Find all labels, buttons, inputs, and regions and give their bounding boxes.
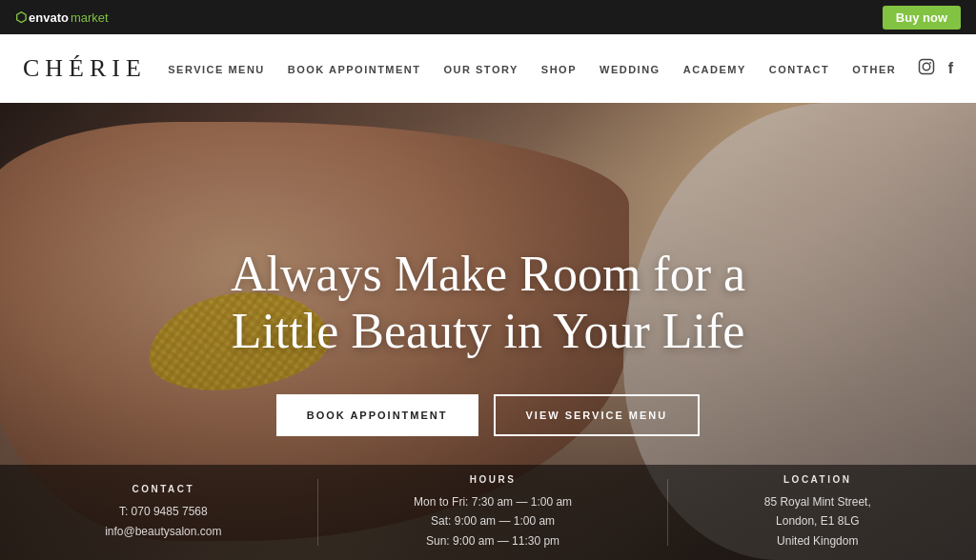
nav-link-academy[interactable]: ACADEMY — [683, 64, 746, 75]
book-appointment-button[interactable]: BOOK APPOINTMENT — [276, 394, 478, 436]
brand-name: CHÉRIE — [23, 54, 147, 82]
envato-market-label: market — [71, 10, 109, 25]
brand-logo: CHÉRIE — [23, 54, 147, 83]
facebook-icon[interactable]: f — [948, 60, 953, 77]
envato-icon: ⬡ — [15, 10, 27, 25]
svg-point-2 — [929, 62, 931, 64]
nav-item-shop[interactable]: SHOP — [541, 60, 577, 77]
hours-line2: Sat: 9:00 am — 1:00 am — [414, 511, 572, 530]
hours-title: HOURS — [414, 474, 572, 485]
envato-logo: ⬡ envato market — [15, 10, 109, 25]
view-service-menu-button[interactable]: VIEW SERVICE MENU — [494, 394, 701, 436]
location-line1: 85 Royal Mint Street, — [764, 492, 871, 511]
nav-item-academy[interactable]: ACADEMY — [683, 60, 746, 77]
nav-link-story[interactable]: OUR STORY — [444, 64, 518, 75]
location-line3: United Kingdom — [764, 531, 871, 550]
nav-link-book[interactable]: BOOK APPOINTMENT — [288, 64, 421, 75]
buy-now-button[interactable]: Buy now — [883, 6, 961, 30]
nav-link-wedding[interactable]: WEDDING — [600, 64, 661, 75]
envato-wordmark: envato — [29, 10, 69, 25]
nav-item-wedding[interactable]: WEDDING — [600, 60, 661, 77]
info-strip: CONTACT T: 070 9485 7568 info@beautysalo… — [0, 465, 976, 560]
location-line2: London, E1 8LG — [764, 511, 871, 530]
svg-rect-0 — [919, 60, 933, 74]
nav-item-story[interactable]: OUR STORY — [444, 60, 518, 77]
nav-item-book[interactable]: BOOK APPOINTMENT — [288, 60, 421, 77]
hours-line1: Mon to Fri: 7:30 am — 1:00 am — [414, 492, 572, 511]
hours-line3: Sun: 9:00 am — 11:30 pm — [414, 531, 572, 550]
contact-email: info@beautysalon.com — [105, 522, 221, 541]
divider-1 — [317, 479, 318, 546]
contact-title: CONTACT — [105, 484, 221, 494]
nav-link-service-menu[interactable]: SERVICE MENU — [168, 64, 265, 75]
svg-point-1 — [923, 63, 930, 70]
nav-social: f — [918, 58, 953, 79]
contact-info: CONTACT T: 070 9485 7568 info@beautysalo… — [105, 484, 221, 541]
contact-phone: T: 070 9485 7568 — [105, 502, 221, 521]
location-info: LOCATION 85 Royal Mint Street, London, E… — [764, 474, 871, 550]
hero-title: Always Make Room for a Little Beauty in … — [202, 246, 774, 360]
nav-item-service-menu[interactable]: SERVICE MENU — [168, 60, 265, 77]
instagram-icon[interactable] — [918, 58, 935, 79]
hero-buttons: BOOK APPOINTMENT VIEW SERVICE MENU — [276, 394, 700, 436]
envato-bar: ⬡ envato market Buy now — [0, 0, 976, 34]
nav-link-other[interactable]: OTHER — [852, 64, 896, 75]
nav-item-contact[interactable]: CONTACT — [769, 60, 829, 77]
hero-section: Always Make Room for a Little Beauty in … — [0, 103, 976, 560]
location-title: LOCATION — [764, 474, 871, 485]
divider-2 — [667, 479, 668, 546]
nav-links: SERVICE MENU BOOK APPOINTMENT OUR STORY … — [168, 60, 896, 77]
nav-link-contact[interactable]: CONTACT — [769, 64, 829, 75]
navbar: CHÉRIE SERVICE MENU BOOK APPOINTMENT OUR… — [0, 34, 976, 103]
hours-info: HOURS Mon to Fri: 7:30 am — 1:00 am Sat:… — [414, 474, 572, 550]
nav-link-shop[interactable]: SHOP — [541, 64, 577, 75]
nav-item-other[interactable]: OTHER — [852, 60, 896, 77]
